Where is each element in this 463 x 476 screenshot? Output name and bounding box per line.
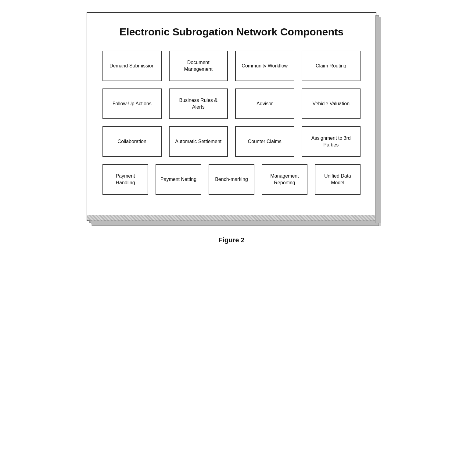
box-payment-netting: Payment Netting — [156, 164, 201, 195]
box-claim-routing: Claim Routing — [302, 51, 361, 81]
box-demand-submission: Demand Submission — [102, 51, 162, 81]
box-collaboration: Collaboration — [102, 126, 162, 157]
box-benchmarking: Bench-marking — [209, 164, 254, 195]
diagram-container: Electronic Subrogation Network Component… — [87, 12, 376, 221]
bottom-decorative-strip — [87, 215, 376, 221]
box-business-rules-alerts: Business Rules & Alerts — [169, 88, 228, 119]
box-document-management: Document Management — [169, 51, 228, 81]
figure-caption: Figure 2 — [218, 236, 245, 244]
box-assignment-3rd-parties: Assignment to 3rd Parties — [302, 126, 361, 157]
row-4: Payment Handling Payment Netting Bench-m… — [102, 164, 361, 195]
box-follow-up-actions: Follow-Up Actions — [102, 88, 162, 119]
box-counter-claims: Counter Claims — [235, 126, 294, 157]
row-1: Demand Submission Document Management Co… — [102, 51, 361, 81]
box-automatic-settlement: Automatic Settlement — [169, 126, 228, 157]
box-advisor: Advisor — [235, 88, 294, 119]
box-payment-handling: Payment Handling — [102, 164, 148, 195]
row-3: Collaboration Automatic Settlement Count… — [102, 126, 361, 157]
diagram-title: Electronic Subrogation Network Component… — [102, 25, 361, 38]
box-unified-data-model: Unified Data Model — [315, 164, 361, 195]
box-vehicle-valuation: Vehicle Valuation — [302, 88, 361, 119]
box-community-workflow: Community Workflow — [235, 51, 294, 81]
box-management-reporting: Management Reporting — [262, 164, 307, 195]
row-2: Follow-Up Actions Business Rules & Alert… — [102, 88, 361, 119]
